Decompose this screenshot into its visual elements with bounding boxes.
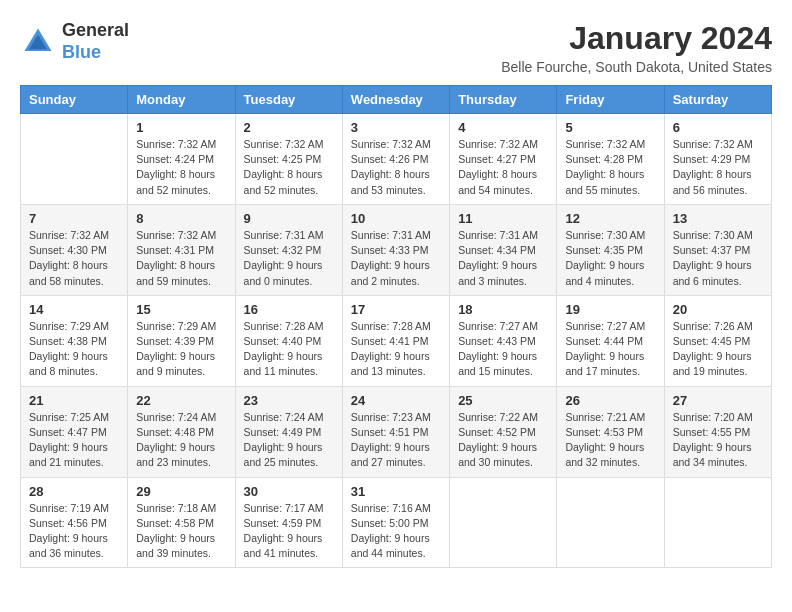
calendar-header-monday: Monday [128,86,235,114]
day-info: Sunrise: 7:20 AMSunset: 4:55 PMDaylight:… [673,410,763,471]
day-number: 5 [565,120,655,135]
day-number: 23 [244,393,334,408]
day-info: Sunrise: 7:32 AMSunset: 4:28 PMDaylight:… [565,137,655,198]
calendar-cell: 6Sunrise: 7:32 AMSunset: 4:29 PMDaylight… [664,114,771,205]
day-number: 22 [136,393,226,408]
calendar-week-row: 1Sunrise: 7:32 AMSunset: 4:24 PMDaylight… [21,114,772,205]
calendar-cell: 26Sunrise: 7:21 AMSunset: 4:53 PMDayligh… [557,386,664,477]
calendar-cell: 20Sunrise: 7:26 AMSunset: 4:45 PMDayligh… [664,295,771,386]
day-number: 21 [29,393,119,408]
calendar-header-thursday: Thursday [450,86,557,114]
day-info: Sunrise: 7:23 AMSunset: 4:51 PMDaylight:… [351,410,441,471]
day-info: Sunrise: 7:28 AMSunset: 4:41 PMDaylight:… [351,319,441,380]
calendar-header-friday: Friday [557,86,664,114]
calendar-cell: 2Sunrise: 7:32 AMSunset: 4:25 PMDaylight… [235,114,342,205]
day-number: 26 [565,393,655,408]
day-number: 20 [673,302,763,317]
calendar-table: SundayMondayTuesdayWednesdayThursdayFrid… [20,85,772,568]
calendar-header-sunday: Sunday [21,86,128,114]
calendar-cell: 16Sunrise: 7:28 AMSunset: 4:40 PMDayligh… [235,295,342,386]
day-info: Sunrise: 7:31 AMSunset: 4:34 PMDaylight:… [458,228,548,289]
day-info: Sunrise: 7:17 AMSunset: 4:59 PMDaylight:… [244,501,334,562]
day-number: 24 [351,393,441,408]
calendar-cell: 7Sunrise: 7:32 AMSunset: 4:30 PMDaylight… [21,204,128,295]
calendar-cell: 30Sunrise: 7:17 AMSunset: 4:59 PMDayligh… [235,477,342,568]
day-number: 1 [136,120,226,135]
day-info: Sunrise: 7:32 AMSunset: 4:29 PMDaylight:… [673,137,763,198]
calendar-cell: 8Sunrise: 7:32 AMSunset: 4:31 PMDaylight… [128,204,235,295]
calendar-cell: 17Sunrise: 7:28 AMSunset: 4:41 PMDayligh… [342,295,449,386]
calendar-cell: 11Sunrise: 7:31 AMSunset: 4:34 PMDayligh… [450,204,557,295]
calendar-week-row: 14Sunrise: 7:29 AMSunset: 4:38 PMDayligh… [21,295,772,386]
day-number: 16 [244,302,334,317]
day-number: 3 [351,120,441,135]
calendar-cell: 28Sunrise: 7:19 AMSunset: 4:56 PMDayligh… [21,477,128,568]
day-info: Sunrise: 7:24 AMSunset: 4:49 PMDaylight:… [244,410,334,471]
day-number: 31 [351,484,441,499]
calendar-cell: 1Sunrise: 7:32 AMSunset: 4:24 PMDaylight… [128,114,235,205]
calendar-cell: 31Sunrise: 7:16 AMSunset: 5:00 PMDayligh… [342,477,449,568]
day-number: 15 [136,302,226,317]
day-info: Sunrise: 7:27 AMSunset: 4:43 PMDaylight:… [458,319,548,380]
calendar-cell: 22Sunrise: 7:24 AMSunset: 4:48 PMDayligh… [128,386,235,477]
day-info: Sunrise: 7:32 AMSunset: 4:25 PMDaylight:… [244,137,334,198]
day-info: Sunrise: 7:22 AMSunset: 4:52 PMDaylight:… [458,410,548,471]
calendar-header-wednesday: Wednesday [342,86,449,114]
day-number: 13 [673,211,763,226]
calendar-cell: 29Sunrise: 7:18 AMSunset: 4:58 PMDayligh… [128,477,235,568]
calendar-cell [664,477,771,568]
calendar-cell [557,477,664,568]
day-info: Sunrise: 7:31 AMSunset: 4:32 PMDaylight:… [244,228,334,289]
calendar-cell: 3Sunrise: 7:32 AMSunset: 4:26 PMDaylight… [342,114,449,205]
day-info: Sunrise: 7:32 AMSunset: 4:27 PMDaylight:… [458,137,548,198]
calendar-cell [21,114,128,205]
day-number: 28 [29,484,119,499]
title-block: January 2024 Belle Fourche, South Dakota… [501,20,772,75]
calendar-cell: 5Sunrise: 7:32 AMSunset: 4:28 PMDaylight… [557,114,664,205]
day-info: Sunrise: 7:29 AMSunset: 4:38 PMDaylight:… [29,319,119,380]
day-number: 27 [673,393,763,408]
day-info: Sunrise: 7:27 AMSunset: 4:44 PMDaylight:… [565,319,655,380]
logo-text: General Blue [62,20,129,63]
page-header: General Blue January 2024 Belle Fourche,… [20,20,772,75]
day-info: Sunrise: 7:32 AMSunset: 4:24 PMDaylight:… [136,137,226,198]
day-info: Sunrise: 7:24 AMSunset: 4:48 PMDaylight:… [136,410,226,471]
day-number: 6 [673,120,763,135]
logo: General Blue [20,20,129,63]
day-number: 12 [565,211,655,226]
calendar-cell: 4Sunrise: 7:32 AMSunset: 4:27 PMDaylight… [450,114,557,205]
calendar-header-row: SundayMondayTuesdayWednesdayThursdayFrid… [21,86,772,114]
calendar-cell: 13Sunrise: 7:30 AMSunset: 4:37 PMDayligh… [664,204,771,295]
calendar-cell: 10Sunrise: 7:31 AMSunset: 4:33 PMDayligh… [342,204,449,295]
calendar-cell: 27Sunrise: 7:20 AMSunset: 4:55 PMDayligh… [664,386,771,477]
calendar-week-row: 28Sunrise: 7:19 AMSunset: 4:56 PMDayligh… [21,477,772,568]
logo-blue: Blue [62,42,101,62]
day-info: Sunrise: 7:21 AMSunset: 4:53 PMDaylight:… [565,410,655,471]
day-number: 9 [244,211,334,226]
calendar-cell: 14Sunrise: 7:29 AMSunset: 4:38 PMDayligh… [21,295,128,386]
day-info: Sunrise: 7:32 AMSunset: 4:26 PMDaylight:… [351,137,441,198]
day-info: Sunrise: 7:16 AMSunset: 5:00 PMDaylight:… [351,501,441,562]
day-number: 25 [458,393,548,408]
calendar-cell: 25Sunrise: 7:22 AMSunset: 4:52 PMDayligh… [450,386,557,477]
day-number: 2 [244,120,334,135]
day-info: Sunrise: 7:28 AMSunset: 4:40 PMDaylight:… [244,319,334,380]
day-info: Sunrise: 7:29 AMSunset: 4:39 PMDaylight:… [136,319,226,380]
day-info: Sunrise: 7:19 AMSunset: 4:56 PMDaylight:… [29,501,119,562]
calendar-week-row: 7Sunrise: 7:32 AMSunset: 4:30 PMDaylight… [21,204,772,295]
calendar-header-saturday: Saturday [664,86,771,114]
calendar-cell: 19Sunrise: 7:27 AMSunset: 4:44 PMDayligh… [557,295,664,386]
day-info: Sunrise: 7:25 AMSunset: 4:47 PMDaylight:… [29,410,119,471]
day-number: 19 [565,302,655,317]
calendar-cell [450,477,557,568]
calendar-week-row: 21Sunrise: 7:25 AMSunset: 4:47 PMDayligh… [21,386,772,477]
day-info: Sunrise: 7:31 AMSunset: 4:33 PMDaylight:… [351,228,441,289]
calendar-cell: 21Sunrise: 7:25 AMSunset: 4:47 PMDayligh… [21,386,128,477]
day-number: 17 [351,302,441,317]
day-number: 8 [136,211,226,226]
day-number: 10 [351,211,441,226]
day-number: 7 [29,211,119,226]
calendar-cell: 23Sunrise: 7:24 AMSunset: 4:49 PMDayligh… [235,386,342,477]
day-number: 14 [29,302,119,317]
calendar-cell: 24Sunrise: 7:23 AMSunset: 4:51 PMDayligh… [342,386,449,477]
